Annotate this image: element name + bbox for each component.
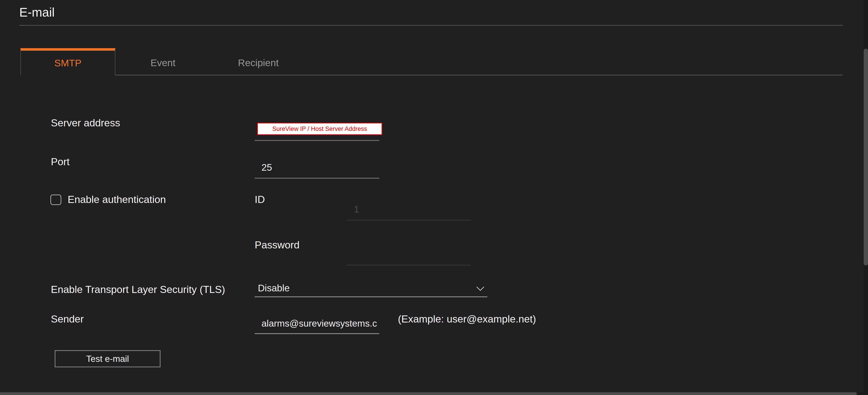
server-address-annotation: SureView IP / Host Server Address [257,123,382,135]
server-address-label: Server address [51,117,120,129]
tab-recipient-label: Recipient [238,57,279,68]
test-email-button-label: Test e-mail [86,354,129,364]
sender-example-hint: (Example: user@example.net) [398,313,536,325]
sender-input[interactable] [255,314,379,334]
tabbar-bottom-line [115,75,843,76]
id-label: ID [255,194,265,205]
port-label: Port [51,156,70,168]
vertical-scrollbar-thumb[interactable] [864,49,868,265]
tab-smtp[interactable]: SMTP [21,48,115,75]
server-address-annotation-text: SureView IP / Host Server Address [272,125,367,133]
tab-smtp-label: SMTP [54,57,81,68]
enable-authentication-label: Enable authentication [68,194,166,205]
tab-recipient[interactable]: Recipient [211,51,306,75]
title-divider [19,25,843,26]
test-email-button[interactable]: Test e-mail [55,350,160,367]
enable-authentication-checkbox[interactable] [51,195,61,205]
tls-dropdown[interactable]: Disable [255,280,487,297]
horizontal-scrollbar-thumb[interactable] [0,392,857,395]
password-label: Password [255,239,300,251]
id-input[interactable] [347,199,471,221]
tls-dropdown-value: Disable [258,283,290,294]
port-input[interactable] [255,157,379,179]
page-title: E-mail [19,5,55,20]
password-input[interactable] [347,244,471,265]
tab-event-label: Event [151,57,176,68]
tab-event[interactable]: Event [115,51,211,75]
tls-label: Enable Transport Layer Security (TLS) [51,284,225,295]
sender-label: Sender [51,313,84,325]
chevron-down-icon [476,286,485,291]
